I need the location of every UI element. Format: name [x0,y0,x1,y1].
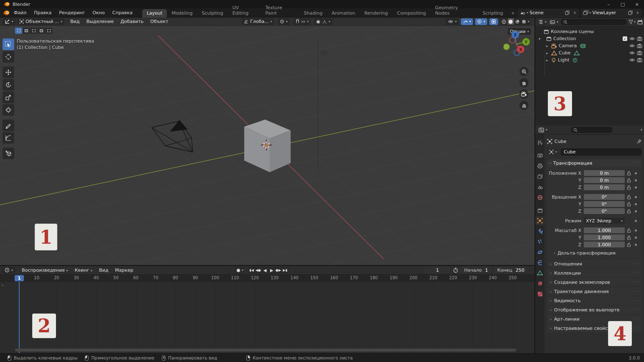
prev-keyframe-button[interactable]: ◀● [255,267,261,273]
outliner-filter-id-button[interactable]: ▾ [549,19,559,25]
viewlayer-copy-icon[interactable] [626,10,634,15]
scene-unlink-icon[interactable]: × [571,10,578,15]
select-mode-intersect[interactable] [45,28,52,34]
collapsed-panel[interactable]: ›Траектории движения···· [547,287,641,296]
transform-value-field[interactable]: 1.000 [584,235,625,240]
perspective-toggle-button[interactable] [519,101,529,110]
hide-eye-icon[interactable] [629,37,635,41]
tab-scene-properties[interactable] [535,182,544,191]
tab-animation[interactable]: Animation [327,9,360,18]
expand-arrow-icon[interactable]: ▸ [546,58,551,62]
timeline-scrollbar[interactable] [15,349,516,352]
shading-wireframe-button[interactable] [501,18,507,25]
transform-value-field[interactable]: 0 m [584,184,625,190]
menu-help[interactable]: Справка [109,8,136,18]
camera-object[interactable] [152,120,193,152]
animate-property-dot[interactable] [635,196,637,198]
viewport-menu-select[interactable]: Выделение [83,19,117,24]
cube-label[interactable]: Cube [557,50,570,56]
tab-sculpting[interactable]: Sculpting [197,9,227,18]
tab-texture-paint[interactable]: Texture Paint [261,4,299,18]
tab-particle-properties[interactable] [535,237,544,246]
current-frame-field[interactable]: 1 [424,267,450,273]
new-collection-button[interactable] [637,20,643,25]
pin-icon[interactable] [637,139,641,144]
collection-label[interactable]: Collection [552,36,576,41]
tab-physics-properties[interactable] [535,247,544,257]
properties-search-input[interactable] [571,127,613,133]
tab-tool-properties[interactable] [535,138,544,147]
scene-collection-label[interactable]: Коллекция сцены [549,29,594,34]
timeline-ruler[interactable]: 1 10203040506070809010011012013014015016… [0,275,534,282]
transform-value-field[interactable]: 0 m [584,177,625,183]
scene-copy-icon[interactable] [563,10,571,15]
light-object[interactable] [321,50,327,56]
viewlayer-selector[interactable]: ▾ ViewLayer × [581,9,641,17]
properties-editor[interactable]: ▾ ▾ Cube [535,125,644,353]
menu-render[interactable]: Рендеринг [55,8,89,18]
playhead-line[interactable] [19,282,20,354]
shading-solid-button[interactable] [508,18,514,25]
animate-property-dot[interactable] [635,172,637,174]
scene-collection-row[interactable]: Коллекция сцены [535,28,644,35]
outliner-item-cube[interactable]: ▸ Cube [535,49,644,56]
navigation-gizmo[interactable]: Z Y X [503,29,530,56]
tab-viewlayer-properties[interactable] [535,172,544,181]
viewlayer-remove-icon[interactable]: × [634,10,641,15]
transform-value-field[interactable]: 1.000 [584,227,625,233]
scene-name[interactable]: Scene [528,10,563,15]
select-mode-set[interactable] [15,28,22,34]
tab-layout[interactable]: Layout [142,9,167,18]
breadcrumb-object[interactable]: Cube [555,139,566,144]
frame-end-field[interactable]: Конец250 [494,267,528,273]
collapsed-panel[interactable]: ›Создание экземпляров···· [547,278,641,286]
delta-transform-panel[interactable]: › Дельта-трансформация [547,248,641,256]
panel-grip[interactable]: ···· [633,299,639,303]
timeline-editor-type-button[interactable]: ▾ [3,267,15,273]
tool-scale[interactable] [3,92,14,103]
tab-shading[interactable]: Shading [299,9,327,18]
cube-object[interactable] [244,120,291,172]
lock-icon[interactable] [625,171,633,176]
collapsed-panel[interactable]: ›Отношения···· [547,260,641,268]
animate-property-dot[interactable] [635,220,637,222]
tab-collection-properties[interactable] [535,206,544,215]
tab-geometry-nodes[interactable]: Geometry Nodes [430,4,478,18]
pan-view-button[interactable] [519,78,529,87]
jump-to-start-button[interactable]: ▮◀ [248,267,255,273]
animate-property-dot[interactable] [635,210,637,212]
object-id-icon[interactable]: ▾ [547,148,559,156]
object-name-input[interactable]: Cube [561,148,641,156]
panel-grip[interactable]: ···· [633,326,639,330]
panel-grip[interactable]: ···· [633,317,639,321]
animate-property-dot[interactable] [635,237,637,239]
collapsed-panel[interactable]: ›Коллекции···· [547,269,641,277]
tab-output-properties[interactable] [535,161,544,171]
tool-add-cube[interactable] [3,148,14,159]
minimize-button[interactable]: – [601,0,616,8]
gizmo-neg-y[interactable] [503,44,509,50]
expand-arrow-icon[interactable]: ▸ [546,51,551,55]
play-button[interactable]: ▶ [268,267,275,273]
viewport-menu-add[interactable]: Добавить [117,19,147,24]
animate-property-dot[interactable] [635,203,637,205]
timeline-menu-keying[interactable]: Кеинг ▾ [72,268,96,273]
tab-uv-editing[interactable]: UV Editing [228,4,261,18]
collection-checkbox[interactable]: ✓ [623,36,627,41]
render-visibility-icon[interactable] [637,36,642,41]
viewport-menu-object[interactable]: Объект [147,19,171,24]
shading-rendered-button[interactable] [521,18,527,25]
tab-modifier-properties[interactable] [535,227,544,236]
animate-property-dot[interactable] [635,229,637,232]
lock-icon[interactable] [625,185,633,190]
timeline-editor[interactable]: ▾ Воспроизведение ▾ Кеинг ▾ Вид Маркер ▾… [0,265,534,353]
properties-editor-type-button[interactable]: ▾ [538,127,548,133]
proportional-editing-toggle[interactable]: ◉ ▾ [314,18,332,25]
pivot-point-dropdown[interactable]: ▾ [278,18,290,25]
panel-grip[interactable]: ···· [633,290,639,293]
transform-value-field[interactable]: 0° [584,201,625,207]
viewport-menu-view[interactable]: Вид [67,19,83,24]
outliner-display-mode-button[interactable]: ▾ [537,19,547,25]
timeline-menu-playback[interactable]: Воспроизведение ▾ [18,268,71,273]
lock-icon[interactable] [625,178,633,183]
